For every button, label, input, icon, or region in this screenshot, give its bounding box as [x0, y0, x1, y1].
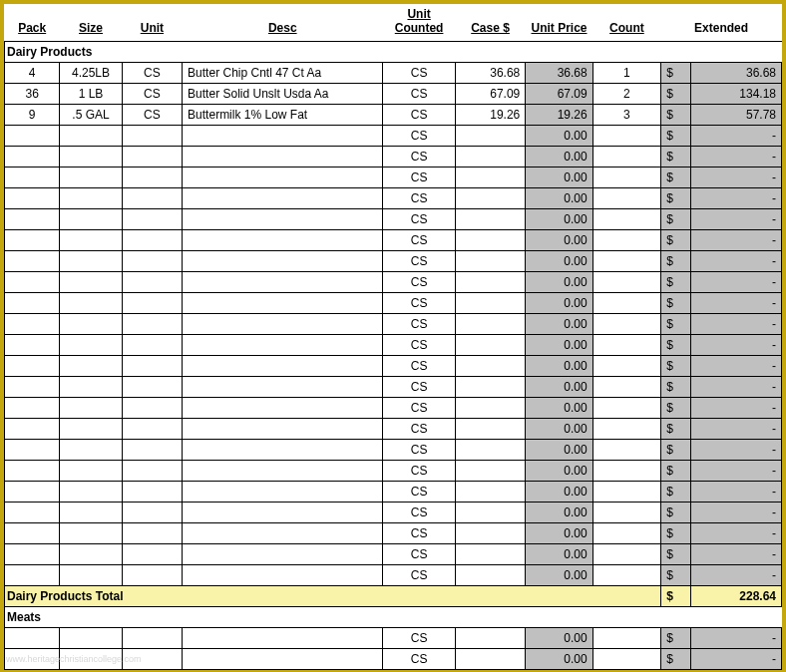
cell-pack[interactable] [5, 398, 60, 419]
cell-unit-counted[interactable]: CS [383, 272, 455, 293]
cell-case-dollar[interactable] [455, 209, 525, 230]
cell-pack[interactable] [5, 461, 60, 482]
cell-size[interactable] [60, 523, 122, 544]
cell-pack[interactable] [5, 503, 60, 523]
cell-desc[interactable] [183, 419, 383, 440]
cell-unit[interactable] [122, 209, 182, 230]
cell-unit[interactable] [122, 419, 182, 440]
cell-unit-counted[interactable]: CS [383, 565, 455, 586]
cell-count[interactable] [592, 272, 660, 293]
cell-case-dollar[interactable] [455, 398, 525, 419]
cell-unit[interactable] [122, 377, 182, 398]
cell-size[interactable] [60, 314, 122, 335]
cell-unit[interactable] [122, 565, 182, 586]
cell-case-dollar[interactable] [455, 230, 525, 251]
cell-desc[interactable] [183, 335, 383, 356]
cell-size[interactable]: .5 GAL [60, 105, 122, 126]
cell-pack[interactable]: 9 [5, 105, 60, 126]
cell-size[interactable] [60, 482, 122, 503]
cell-desc[interactable] [183, 147, 383, 168]
cell-case-dollar[interactable] [455, 314, 525, 335]
cell-count[interactable] [592, 251, 660, 272]
cell-desc[interactable]: Butter Chip Cntl 47 Ct Aa [183, 63, 383, 84]
cell-case-dollar[interactable] [455, 377, 525, 398]
cell-count[interactable]: 1 [592, 63, 660, 84]
cell-case-dollar[interactable] [455, 293, 525, 314]
cell-pack[interactable] [5, 147, 60, 168]
cell-size[interactable]: 1 LB [60, 84, 122, 105]
cell-size[interactable] [60, 230, 122, 251]
cell-size[interactable] [60, 356, 122, 377]
cell-unit-counted[interactable]: CS [383, 544, 455, 565]
cell-size[interactable] [60, 419, 122, 440]
cell-desc[interactable] [183, 126, 383, 147]
cell-unit[interactable] [122, 272, 182, 293]
cell-unit-counted[interactable]: CS [383, 63, 455, 84]
cell-unit-counted[interactable]: CS [383, 168, 455, 188]
cell-case-dollar[interactable] [455, 440, 525, 461]
cell-desc[interactable] [183, 251, 383, 272]
cell-count[interactable] [592, 147, 660, 168]
cell-pack[interactable] [5, 188, 60, 209]
cell-desc[interactable] [183, 503, 383, 523]
cell-desc[interactable]: Buttermilk 1% Low Fat [183, 105, 383, 126]
cell-unit-counted[interactable]: CS [383, 649, 455, 670]
cell-count[interactable] [592, 419, 660, 440]
cell-unit-counted[interactable]: CS [383, 188, 455, 209]
cell-unit-counted[interactable]: CS [383, 377, 455, 398]
cell-unit[interactable] [122, 649, 182, 670]
cell-case-dollar[interactable] [455, 461, 525, 482]
cell-size[interactable] [60, 503, 122, 523]
cell-pack[interactable] [5, 544, 60, 565]
cell-pack[interactable] [5, 314, 60, 335]
cell-case-dollar[interactable] [455, 544, 525, 565]
cell-count[interactable] [592, 398, 660, 419]
cell-pack[interactable] [5, 209, 60, 230]
cell-size[interactable] [60, 335, 122, 356]
cell-count[interactable]: 2 [592, 84, 660, 105]
cell-size[interactable] [60, 544, 122, 565]
cell-size[interactable] [60, 649, 122, 670]
cell-unit-counted[interactable]: CS [383, 628, 455, 649]
cell-case-dollar[interactable] [455, 419, 525, 440]
cell-size[interactable] [60, 209, 122, 230]
cell-unit-counted[interactable]: CS [383, 440, 455, 461]
cell-count[interactable] [592, 126, 660, 147]
cell-pack[interactable] [5, 272, 60, 293]
cell-size[interactable] [60, 628, 122, 649]
cell-case-dollar[interactable] [455, 126, 525, 147]
cell-size[interactable]: 4.25LB [60, 63, 122, 84]
cell-count[interactable] [592, 230, 660, 251]
cell-unit[interactable] [122, 147, 182, 168]
cell-count[interactable] [592, 377, 660, 398]
cell-pack[interactable] [5, 649, 60, 670]
cell-unit[interactable] [122, 230, 182, 251]
cell-case-dollar[interactable] [455, 565, 525, 586]
cell-size[interactable] [60, 168, 122, 188]
cell-desc[interactable] [183, 209, 383, 230]
cell-case-dollar[interactable] [455, 503, 525, 523]
cell-unit[interactable] [122, 314, 182, 335]
cell-desc[interactable]: Butter Solid Unslt Usda Aa [183, 84, 383, 105]
cell-unit[interactable] [122, 482, 182, 503]
cell-pack[interactable] [5, 482, 60, 503]
cell-desc[interactable] [183, 628, 383, 649]
cell-unit-counted[interactable]: CS [383, 419, 455, 440]
cell-case-dollar[interactable] [455, 251, 525, 272]
cell-unit-counted[interactable]: CS [383, 482, 455, 503]
cell-case-dollar[interactable]: 36.68 [455, 63, 525, 84]
cell-unit-counted[interactable]: CS [383, 126, 455, 147]
cell-unit-counted[interactable]: CS [383, 335, 455, 356]
cell-unit-counted[interactable]: CS [383, 147, 455, 168]
cell-desc[interactable] [183, 272, 383, 293]
cell-unit-counted[interactable]: CS [383, 503, 455, 523]
cell-desc[interactable] [183, 544, 383, 565]
cell-unit[interactable] [122, 398, 182, 419]
cell-pack[interactable] [5, 565, 60, 586]
cell-count[interactable] [592, 565, 660, 586]
cell-size[interactable] [60, 126, 122, 147]
cell-size[interactable] [60, 147, 122, 168]
cell-unit-counted[interactable]: CS [383, 356, 455, 377]
cell-pack[interactable] [5, 251, 60, 272]
cell-desc[interactable] [183, 523, 383, 544]
